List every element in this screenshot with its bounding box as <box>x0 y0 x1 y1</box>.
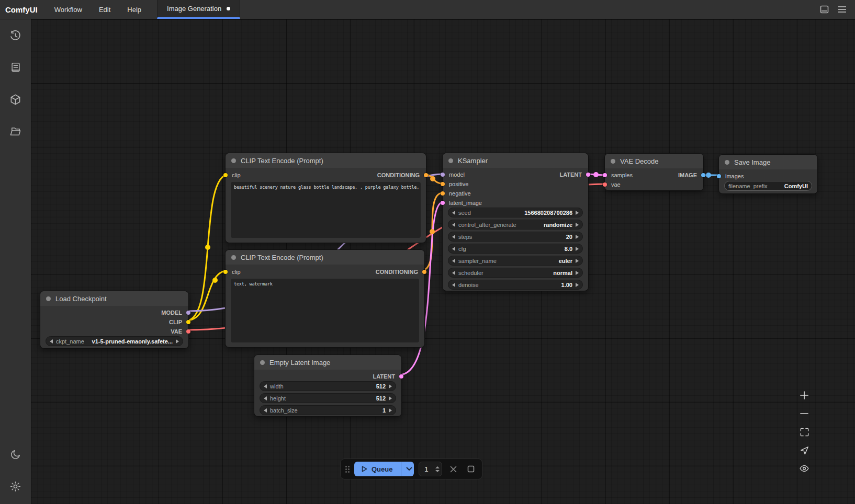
widget-batch-size[interactable]: batch_size1 <box>260 405 396 415</box>
input-port-samples[interactable] <box>603 173 607 177</box>
output-port-conditioning[interactable] <box>424 173 428 177</box>
node-header[interactable]: CLIP Text Encode (Prompt) <box>226 153 426 168</box>
menu-edit[interactable]: Edit <box>91 0 119 19</box>
decrement-arrow-icon[interactable] <box>452 283 455 287</box>
node-header[interactable]: KSampler <box>443 153 588 168</box>
node-header[interactable]: CLIP Text Encode (Prompt) <box>226 250 424 265</box>
node-clip-text-encode-negative[interactable]: CLIP Text Encode (Prompt) clip CONDITION… <box>225 249 425 348</box>
sidebar-queue-history-button[interactable] <box>5 25 26 46</box>
input-port-images[interactable] <box>717 174 721 178</box>
combo-next-arrow-icon[interactable] <box>176 339 179 343</box>
output-port-latent[interactable] <box>399 374 403 379</box>
sidebar-model-library-button[interactable] <box>5 89 26 110</box>
combo-next-arrow-icon[interactable] <box>576 271 579 275</box>
widget-width[interactable]: width512 <box>260 381 396 391</box>
input-port-clip[interactable] <box>223 173 228 177</box>
widget-scheduler[interactable]: schedulernormal <box>448 268 583 278</box>
collapse-dot[interactable] <box>611 159 615 164</box>
widget-control-after-generate[interactable]: control_after_generaterandomize <box>448 220 583 230</box>
combo-prev-arrow-icon[interactable] <box>452 259 455 263</box>
input-port-latent-image[interactable] <box>441 201 445 205</box>
node-graph-canvas[interactable]: Load Checkpoint MODEL CLIP VAE ckpt_name… <box>31 19 855 504</box>
menu-workflow[interactable]: Workflow <box>46 0 91 19</box>
decrement-arrow-icon[interactable] <box>452 235 455 239</box>
node-header[interactable]: VAE Decode <box>605 154 703 168</box>
input-port-vae[interactable] <box>603 182 607 187</box>
collapse-dot[interactable] <box>725 160 729 165</box>
collapse-dot[interactable] <box>260 360 265 365</box>
collapse-dot[interactable] <box>46 296 51 301</box>
node-vae-decode[interactable]: VAE Decode samples IMAGE vae <box>604 153 704 191</box>
queue-button[interactable]: Queue <box>354 462 401 476</box>
output-port-vae[interactable] <box>186 329 190 334</box>
main-menu-button[interactable] <box>833 0 851 19</box>
collapse-dot[interactable] <box>231 255 236 260</box>
decrement-arrow-icon[interactable] <box>264 396 267 400</box>
menu-help[interactable]: Help <box>119 0 150 19</box>
input-port-clip[interactable] <box>223 270 228 274</box>
input-port-negative[interactable] <box>441 191 445 196</box>
sidebar-theme-toggle-button[interactable] <box>5 444 26 465</box>
widget-sampler-name[interactable]: sampler_nameeuler <box>448 256 583 266</box>
fit-view-button[interactable] <box>797 425 812 439</box>
collapse-dot[interactable] <box>231 158 236 163</box>
decrement-arrow-icon[interactable] <box>264 384 267 388</box>
decrement-arrow-icon[interactable] <box>452 211 455 215</box>
bottom-panel-toggle-button[interactable] <box>815 0 833 19</box>
combo-prev-arrow-icon[interactable] <box>50 339 53 343</box>
output-port-clip[interactable] <box>186 320 190 324</box>
prompt-textarea[interactable]: beautiful scenery nature glass bottle la… <box>231 182 421 238</box>
input-port-model[interactable] <box>441 173 445 177</box>
combo-prev-arrow-icon[interactable] <box>452 271 455 275</box>
sidebar-workflows-button[interactable] <box>5 121 26 142</box>
increment-arrow-icon[interactable] <box>435 466 440 468</box>
node-header[interactable]: Save Image <box>719 155 817 169</box>
combo-prev-arrow-icon[interactable] <box>452 223 455 227</box>
sidebar-settings-button[interactable] <box>5 476 26 497</box>
increment-arrow-icon[interactable] <box>576 247 579 251</box>
increment-arrow-icon[interactable] <box>576 235 579 239</box>
output-port-conditioning[interactable] <box>422 270 426 274</box>
zoom-out-button[interactable] <box>797 406 812 421</box>
node-header[interactable]: Load Checkpoint <box>40 291 188 306</box>
decrement-arrow-icon[interactable] <box>264 408 267 413</box>
widget-filename-prefix[interactable]: filename_prefix ComfyUI <box>724 181 812 191</box>
increment-arrow-icon[interactable] <box>576 283 579 287</box>
input-port-positive[interactable] <box>441 182 445 186</box>
select-mode-button[interactable] <box>797 443 812 457</box>
node-empty-latent-image[interactable]: Empty Latent Image LATENT width512 heigh… <box>254 354 402 417</box>
sidebar-node-library-button[interactable] <box>5 57 26 78</box>
node-ksampler[interactable]: KSampler model LATENT positive negative … <box>442 153 589 291</box>
node-save-image[interactable]: Save Image images filename_prefix ComfyU… <box>718 154 818 194</box>
decrement-arrow-icon[interactable] <box>452 247 455 251</box>
widget-steps[interactable]: steps20 <box>448 232 583 242</box>
widget-cfg[interactable]: cfg8.0 <box>448 244 583 254</box>
prompt-textarea[interactable]: text, watermark <box>231 279 419 342</box>
widget-height[interactable]: height512 <box>260 393 396 403</box>
node-header[interactable]: Empty Latent Image <box>254 355 401 370</box>
node-clip-text-encode-positive[interactable]: CLIP Text Encode (Prompt) clip CONDITION… <box>225 153 426 243</box>
widget-seed[interactable]: seed156680208700286 <box>448 208 583 217</box>
app-logo[interactable]: ComfyUI <box>0 0 46 19</box>
combo-next-arrow-icon[interactable] <box>576 259 579 263</box>
increment-arrow-icon[interactable] <box>389 384 392 388</box>
toggle-visibility-button[interactable] <box>797 461 812 476</box>
increment-arrow-icon[interactable] <box>389 408 392 413</box>
queue-bar-drag-handle[interactable] <box>345 466 350 473</box>
widget-ckpt-name[interactable]: ckpt_name v1-5-pruned-emaonly.safete... <box>46 336 183 346</box>
combo-next-arrow-icon[interactable] <box>576 223 579 227</box>
widget-denoise[interactable]: denoise1.00 <box>448 280 583 290</box>
zoom-in-button[interactable] <box>797 388 812 403</box>
collapse-dot[interactable] <box>448 158 453 163</box>
node-load-checkpoint[interactable]: Load Checkpoint MODEL CLIP VAE ckpt_name… <box>40 291 189 349</box>
increment-arrow-icon[interactable] <box>576 211 579 215</box>
output-port-image[interactable] <box>701 173 705 177</box>
stop-button[interactable] <box>464 462 477 476</box>
increment-arrow-icon[interactable] <box>389 396 392 400</box>
output-port-latent[interactable] <box>586 173 590 177</box>
tab-image-generation[interactable]: Image Generation <box>157 0 240 19</box>
batch-count-spinner[interactable]: 1 <box>419 462 442 476</box>
decrement-arrow-icon[interactable] <box>435 470 440 472</box>
queue-options-button[interactable] <box>401 462 413 476</box>
clear-queue-button[interactable] <box>447 462 460 476</box>
